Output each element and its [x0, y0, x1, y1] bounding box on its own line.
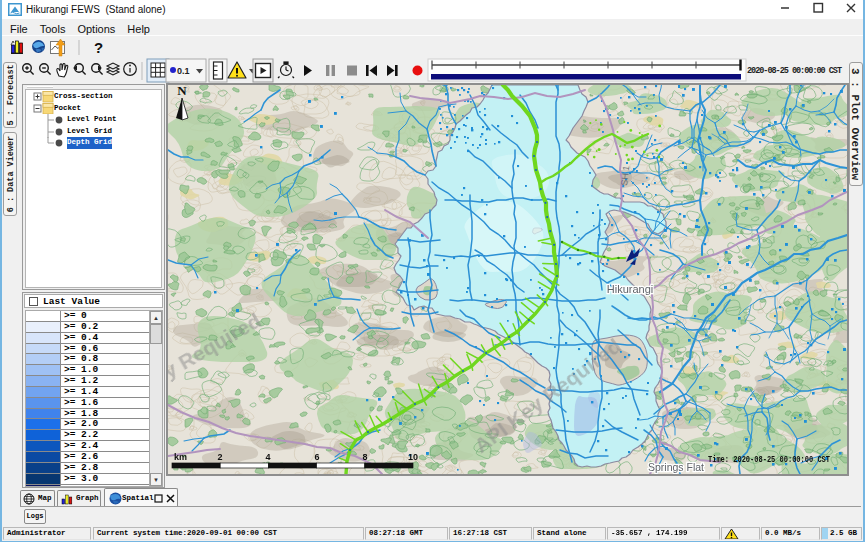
svg-text:?: ? [94, 39, 103, 56]
svg-text:km: km [174, 452, 187, 462]
svg-text:Springs Flat: Springs Flat [648, 461, 704, 473]
svg-text:2020-08-25 00:00:00 CST: 2020-08-25 00:00:00 CST [747, 66, 842, 76]
svg-text:Hikurangi: Hikurangi [607, 283, 653, 295]
svg-text:Time: 2020-08-25 00:00:00 CST: Time: 2020-08-25 00:00:00 CST [708, 454, 830, 465]
svg-text:N: N [177, 85, 187, 98]
svg-text:2: 2 [217, 452, 222, 462]
svg-text:0.1: 0.1 [177, 66, 190, 76]
svg-text:6: 6 [314, 452, 319, 462]
svg-text:8: 8 [362, 452, 367, 462]
svg-text:5 : Forecast: 5 : Forecast [6, 64, 16, 125]
svg-text:10: 10 [408, 452, 418, 462]
svg-text:4: 4 [265, 452, 270, 462]
svg-text:3 : Plot Overview: 3 : Plot Overview [850, 68, 861, 181]
svg-text:6 : Data Viewer: 6 : Data Viewer [6, 136, 16, 213]
